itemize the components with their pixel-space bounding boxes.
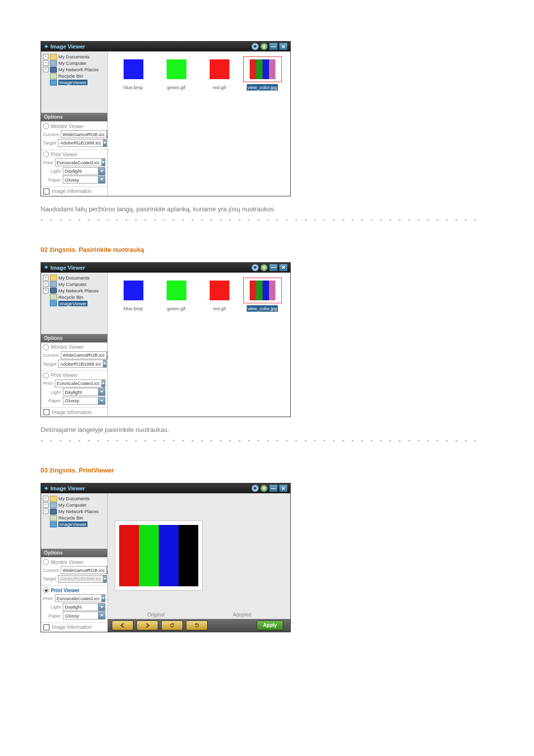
radio-monitor[interactable] — [43, 123, 49, 129]
dropdown-icon[interactable] — [98, 167, 105, 175]
page: ✦ Image Viewer ✳ ? — ✕ +My Documents +My… — [0, 0, 534, 652]
thumbnail-selected[interactable]: view_color.jpg — [242, 278, 283, 312]
image-info-checkbox[interactable] — [44, 624, 49, 630]
dropdown-icon[interactable] — [103, 139, 107, 147]
tree-item: +My Computer — [43, 281, 105, 287]
options-panel: Monitor Viewer CurrentWideGamutRGB.icc T… — [41, 342, 107, 417]
thumbnail[interactable]: green.gif — [156, 56, 197, 91]
dropdown-icon[interactable] — [98, 612, 105, 619]
radio-monitor[interactable] — [43, 559, 49, 565]
minimize-button[interactable]: — — [269, 43, 277, 50]
recycle-bin-icon — [50, 294, 57, 300]
current-profile-select[interactable]: WideGamutRGB.icc — [61, 130, 107, 138]
paper-select[interactable]: Glossy — [63, 397, 98, 405]
thumbnail[interactable]: blue.bmp — [113, 56, 154, 91]
print-profile-select[interactable]: EuroscaleCoated.icc — [55, 158, 102, 166]
expand-icon[interactable]: + — [43, 509, 48, 514]
light-select[interactable]: Daylight — [63, 167, 98, 175]
dropdown-icon[interactable] — [102, 594, 105, 602]
expand-icon[interactable]: + — [43, 282, 48, 287]
current-profile-select[interactable]: WideGamutRGB.icc — [61, 566, 107, 574]
expand-icon[interactable]: + — [43, 54, 48, 59]
title-bar[interactable]: ✦ Image Viewer ✳ ? — ✕ — [41, 483, 290, 493]
folder-open-icon — [50, 521, 57, 527]
light-select[interactable]: Daylight — [63, 388, 98, 396]
tree-item: Recycle Bin — [43, 294, 105, 300]
dropdown-icon[interactable] — [102, 158, 105, 166]
expand-icon[interactable]: + — [43, 502, 48, 508]
step2-heading: 02 žingsnis. Pasirinkite nuotrauką — [41, 246, 493, 253]
folder-tree[interactable]: +My Documents +My Computer +My Network P… — [41, 273, 107, 334]
label-original: Original — [113, 612, 199, 617]
rotate-left-button[interactable] — [161, 620, 183, 630]
tree-item: Recycle Bin — [43, 73, 105, 79]
dropdown-icon[interactable] — [98, 176, 105, 184]
dropdown-icon[interactable] — [98, 397, 105, 405]
options-header: Options — [41, 549, 107, 557]
title-bar[interactable]: ✦ Image Viewer ✳ ? — ✕ — [41, 42, 290, 51]
folder-tree[interactable]: +My Documents +My Computer +My Network P… — [41, 493, 107, 549]
print-profile-select[interactable]: EuroscaleCoated.icc — [55, 379, 102, 387]
expand-icon[interactable]: + — [43, 496, 48, 501]
light-select[interactable]: Daylight — [63, 603, 98, 611]
radio-print[interactable] — [43, 587, 49, 593]
minimize-button[interactable]: — — [269, 264, 277, 271]
close-button[interactable]: ✕ — [279, 485, 287, 492]
thumbnail[interactable]: red.gif — [199, 278, 240, 312]
prev-button[interactable] — [112, 620, 134, 630]
tree-item: +My Computer — [43, 502, 105, 508]
help-icon[interactable]: ? — [261, 43, 267, 50]
print-profile-select[interactable]: EuroscaleCoated.icc — [55, 594, 102, 602]
help-icon[interactable]: ? — [261, 485, 267, 492]
folder-icon — [50, 496, 57, 502]
folder-icon — [50, 275, 57, 281]
app-star-icon: ✦ — [44, 264, 48, 271]
settings-icon[interactable]: ✳ — [252, 264, 259, 271]
tree-item-selected: ImageViewer — [43, 300, 105, 307]
next-button[interactable] — [136, 620, 158, 630]
minimize-button[interactable]: — — [269, 485, 277, 492]
thumbnail-selected[interactable]: view_color.jpg — [242, 56, 283, 91]
target-profile-select[interactable]: AdobeRGB1998.icc — [58, 139, 103, 147]
image-viewer-window: ✦ Image Viewer ✳ ? — ✕ +My Documents +My… — [41, 262, 291, 418]
app-star-icon: ✦ — [44, 44, 48, 50]
monitor-viewer-section: Monitor Viewer CurrentWideGamutRGB.icc T… — [41, 121, 107, 149]
radio-print[interactable] — [43, 151, 49, 157]
radio-print[interactable] — [43, 373, 49, 378]
sidebar: +My Documents +My Computer +My Network P… — [41, 273, 108, 417]
help-icon[interactable]: ? — [261, 264, 267, 271]
apply-button[interactable]: Apply — [257, 620, 283, 630]
thumbnail[interactable]: blue.bmp — [113, 278, 154, 312]
thumbnail[interactable]: green.gif — [156, 278, 197, 312]
title-bar[interactable]: ✦ Image Viewer ✳ ? — ✕ — [41, 263, 290, 273]
image-info-checkbox[interactable] — [44, 189, 49, 194]
close-button[interactable]: ✕ — [279, 264, 287, 271]
rotate-right-button[interactable] — [186, 620, 208, 630]
expand-icon[interactable]: + — [43, 60, 48, 66]
print-viewer-section: Print Viewer PrintEuroscaleCoated.icc Li… — [41, 585, 107, 622]
tree-item: +My Documents — [43, 275, 105, 281]
paper-select[interactable]: Glossy — [63, 612, 98, 619]
folder-tree[interactable]: +My Documents +My Computer +My Network P… — [41, 51, 107, 113]
dropdown-icon[interactable] — [98, 603, 105, 611]
dropdown-icon[interactable] — [103, 360, 107, 368]
dropdown-icon[interactable] — [102, 379, 105, 387]
close-button[interactable]: ✕ — [279, 43, 287, 50]
expand-icon[interactable]: + — [43, 275, 48, 281]
tree-item: +My Documents — [43, 495, 105, 502]
network-icon — [50, 67, 57, 73]
paper-select[interactable]: Glossy — [63, 176, 98, 184]
target-profile-select[interactable]: AdobeRGB1998.icc — [58, 360, 103, 368]
current-profile-select[interactable]: WideGamutRGB.icc — [61, 351, 107, 359]
expand-icon[interactable]: + — [43, 67, 48, 72]
thumbnail[interactable]: red.gif — [199, 56, 240, 91]
options-header: Options — [41, 113, 107, 121]
settings-icon[interactable]: ✳ — [252, 485, 259, 492]
tree-item-selected: ImageViewer — [43, 79, 105, 86]
dropdown-icon[interactable] — [98, 388, 105, 396]
settings-icon[interactable]: ✳ — [252, 43, 259, 50]
image-info-checkbox[interactable] — [44, 409, 49, 415]
radio-monitor[interactable] — [43, 344, 49, 350]
label-adopted: Adopted — [199, 612, 286, 617]
expand-icon[interactable]: + — [43, 288, 48, 293]
